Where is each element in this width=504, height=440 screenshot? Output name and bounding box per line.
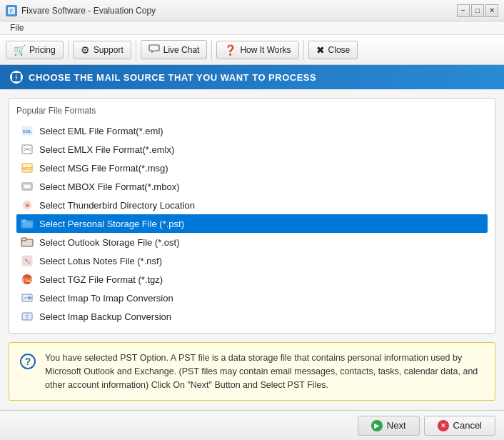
next-button[interactable]: ▶ Next xyxy=(358,416,420,436)
ost-icon xyxy=(21,236,34,248)
next-label: Next xyxy=(387,420,406,431)
minimize-button[interactable]: − xyxy=(457,4,470,17)
cancel-icon: ✕ xyxy=(438,420,449,431)
maximize-button[interactable]: □ xyxy=(471,4,484,17)
list-item[interactable]: Select Outlook Storage File (*.ost) xyxy=(16,233,488,251)
list-item[interactable]: Select Imap To Imap Conversion xyxy=(16,289,488,307)
msg-icon: MSG xyxy=(21,162,34,174)
title-bar-left: F Fixvare Software - Evaluation Copy xyxy=(6,5,156,16)
title-bar: F Fixvare Software - Evaluation Copy − □… xyxy=(0,0,504,21)
list-item[interactable]: TGZ Select TGZ File Format (*.tgz) xyxy=(16,270,488,289)
support-button[interactable]: ⚙ Support xyxy=(73,41,131,59)
lotus-label: Select Lotus Notes File (*.nsf) xyxy=(39,256,162,266)
pst-icon xyxy=(21,218,34,229)
list-item[interactable]: Select MBOX File Format(*.mbox) xyxy=(16,177,488,196)
thunderbird-icon: ⊕ xyxy=(21,199,34,211)
list-item[interactable]: EML Select EML File Format(*.eml) xyxy=(16,121,488,140)
emlx-icon xyxy=(21,144,34,155)
msg-label: Select MSG File Format(*.msg) xyxy=(39,163,168,174)
svg-rect-19 xyxy=(21,238,26,241)
mbox-label: Select MBOX File Format(*.mbox) xyxy=(39,181,180,192)
formats-panel: Popular File Formats EML Select EML File… xyxy=(9,98,495,334)
livechat-label: Live Chat xyxy=(163,45,200,55)
svg-rect-16 xyxy=(21,219,26,222)
list-item[interactable]: Select Imap Backup Conversion xyxy=(16,307,488,326)
svg-text:⊕: ⊕ xyxy=(25,202,30,209)
cancel-button[interactable]: ✕ Cancel xyxy=(424,416,495,436)
toolbar-separator-2 xyxy=(136,40,136,60)
menu-bar: File xyxy=(0,21,504,35)
support-label: Support xyxy=(94,45,124,55)
imap-backup-label: Select Imap Backup Conversion xyxy=(39,311,171,322)
pricing-label: Pricing xyxy=(29,45,56,55)
list-item[interactable]: Select Personal Storage File (*.pst) xyxy=(16,214,488,233)
section-header-text: CHOOSE THE MAIL SOURCE THAT YOU WANT TO … xyxy=(29,72,316,83)
howitworks-label: How It Works xyxy=(240,45,291,55)
emlx-label: Select EMLX File Format(*.emlx) xyxy=(39,144,174,155)
svg-rect-17 xyxy=(23,222,31,226)
list-item[interactable]: ⊕ Select Thunderbird Directory Location xyxy=(16,196,488,214)
support-icon: ⚙ xyxy=(81,44,90,56)
svg-text:i: i xyxy=(15,74,17,81)
toolbar-separator-1 xyxy=(68,40,69,60)
info-box: ? You have selected PST Option. A PST fi… xyxy=(9,342,495,401)
app-icon: F xyxy=(6,5,17,16)
howitworks-icon: ❓ xyxy=(224,44,236,56)
svg-text:TGZ: TGZ xyxy=(22,278,33,283)
section-header-icon: i xyxy=(10,71,23,84)
next-icon: ▶ xyxy=(371,420,383,431)
list-item[interactable]: MSG Select MSG File Format(*.msg) xyxy=(16,159,488,177)
window-controls: − □ ✕ xyxy=(457,4,498,17)
pst-label: Select Personal Storage File (*.pst) xyxy=(39,219,184,229)
info-icon: ? xyxy=(19,353,36,374)
svg-text:MSG: MSG xyxy=(23,166,32,171)
cancel-label: Cancel xyxy=(453,420,482,431)
eml-label: Select EML File Format(*.eml) xyxy=(39,126,163,136)
svg-text:🔧: 🔧 xyxy=(24,258,31,264)
pricing-icon: 🛒 xyxy=(14,44,26,56)
pricing-button[interactable]: 🛒 Pricing xyxy=(6,41,64,59)
toolbar-separator-4 xyxy=(303,40,304,60)
info-text: You have selected PST Option. A PST file… xyxy=(45,351,485,391)
list-item[interactable]: 🔧 Select Lotus Notes File (*.nsf) xyxy=(16,251,488,270)
lotus-icon: 🔧 xyxy=(21,255,34,266)
livechat-button[interactable]: Live Chat xyxy=(141,40,208,59)
imap-backup-icon xyxy=(21,311,34,322)
eml-icon: EML xyxy=(21,125,34,136)
section-header: i CHOOSE THE MAIL SOURCE THAT YOU WANT T… xyxy=(0,65,504,89)
formats-title: Popular File Formats xyxy=(16,106,488,116)
imap-icon xyxy=(21,292,34,304)
howitworks-button[interactable]: ❓ How It Works xyxy=(216,41,298,59)
footer: ▶ Next ✕ Cancel xyxy=(0,410,504,440)
close-toolbar-label: Close xyxy=(328,45,351,55)
list-item[interactable]: Select EMLX File Format(*.emlx) xyxy=(16,140,488,159)
window-close-button[interactable]: ✕ xyxy=(485,4,498,17)
main-content: Popular File Formats EML Select EML File… xyxy=(0,89,504,409)
svg-text:?: ? xyxy=(25,356,31,367)
thunderbird-label: Select Thunderbird Directory Location xyxy=(39,200,195,211)
livechat-icon xyxy=(148,44,160,56)
tgz-icon: TGZ xyxy=(21,274,34,285)
mbox-icon xyxy=(21,181,34,192)
svg-text:F: F xyxy=(10,9,14,14)
toolbar-separator-3 xyxy=(211,40,212,60)
toolbar: 🛒 Pricing ⚙ Support Live Chat ❓ How It W… xyxy=(0,35,504,65)
close-toolbar-icon: ✖ xyxy=(316,44,325,56)
tgz-label: Select TGZ File Format (*.tgz) xyxy=(39,274,163,285)
imap-label: Select Imap To Imap Conversion xyxy=(39,293,173,304)
file-menu[interactable]: File xyxy=(6,21,28,34)
svg-rect-12 xyxy=(24,184,31,189)
svg-text:EML: EML xyxy=(23,129,32,134)
ost-label: Select Outlook Storage File (*.ost) xyxy=(39,237,180,248)
window-title: Fixvare Software - Evaluation Copy xyxy=(21,6,156,16)
close-toolbar-button[interactable]: ✖ Close xyxy=(308,41,358,59)
